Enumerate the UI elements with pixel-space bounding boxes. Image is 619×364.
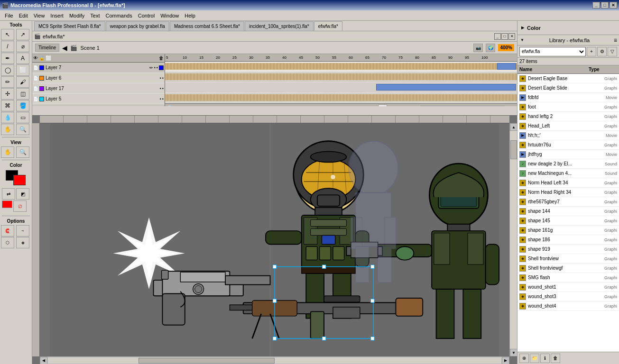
fill-color-swatch[interactable]	[13, 175, 26, 185]
lib-item-2[interactable]: ▶ fdbfd Movie	[517, 93, 619, 102]
menu-modify[interactable]: Modify	[66, 12, 87, 19]
library-list[interactable]: ◈ Desert Eagle Base Graphi ◈ Desert Eagl…	[517, 74, 619, 352]
lib-item-9[interactable]: ♪ new deagle 2 by El... Sound	[517, 159, 619, 169]
stage-area[interactable]: ▲ ▼	[32, 116, 517, 364]
lib-item-8[interactable]: ▶ jhtfhyg Movie	[517, 150, 619, 159]
menu-text[interactable]: Text	[87, 12, 102, 19]
lib-item-18[interactable]: ◈ shape 919 Graphi	[517, 245, 619, 254]
frames-layer-17[interactable]	[165, 82, 517, 93]
window-controls[interactable]: _ □ ✕	[592, 2, 617, 9]
vscroll-up[interactable]: ▲	[510, 123, 517, 131]
tool-oval[interactable]: ◯	[1, 64, 14, 76]
lib-delete-btn[interactable]: 🗑	[551, 354, 560, 363]
default-colors-btn[interactable]: ◩	[16, 188, 29, 200]
snap-btn[interactable]: 🧲	[1, 225, 14, 237]
library-file-select[interactable]: efwfw.fla	[519, 47, 586, 56]
lib-item-16[interactable]: ◈ shape 161g Graphi	[517, 226, 619, 235]
tool-eyedrop[interactable]: 💧	[1, 112, 14, 123]
lib-item-24[interactable]: ◈ wound_shot4 Graphi	[517, 301, 619, 311]
library-props-btn[interactable]: ⚙	[597, 47, 607, 56]
hscroll-right[interactable]: ▶	[502, 357, 509, 364]
vscroll-thumb[interactable]	[510, 140, 517, 159]
scene-back-btn[interactable]: ◀	[62, 44, 67, 52]
tool-lasso[interactable]: ⌀	[16, 41, 29, 52]
minimize-btn[interactable]: _	[592, 2, 600, 9]
lib-item-13[interactable]: ◈ rthe5675gbey7 Graphi	[517, 197, 619, 207]
menu-insert[interactable]: Insert	[47, 12, 66, 19]
tab-mc9[interactable]: MC9 Sprite Sheet Flash 8.fla*	[34, 21, 105, 31]
view-zoom-btn[interactable]: 🔍	[16, 146, 29, 158]
menu-edit[interactable]: Edit	[16, 12, 31, 19]
tab-incident[interactable]: incident_100a_sprites(1).fla*	[245, 21, 314, 31]
close-btn[interactable]: ✕	[610, 2, 617, 9]
tool-ink[interactable]: ⌘	[1, 100, 14, 111]
tool-text[interactable]: A	[16, 53, 29, 64]
stage-canvas[interactable]	[40, 123, 509, 356]
smooth-btn[interactable]: ~	[16, 225, 29, 237]
lib-item-15[interactable]: ◈ shape 145 Graphi	[517, 216, 619, 226]
tool-rect[interactable]: ⬜	[16, 64, 29, 76]
tool-subselect[interactable]: ↗	[16, 29, 29, 40]
tool-brush[interactable]: 🖌	[16, 76, 29, 88]
scroll-left-btn[interactable]: ◀	[507, 106, 510, 107]
flash-close-btn[interactable]: ✕	[508, 33, 515, 40]
tool-arrow[interactable]: ↖	[1, 29, 14, 40]
tool-zoom[interactable]: 🔍	[16, 124, 29, 135]
delete-layer-btn[interactable]: 🗑	[159, 55, 164, 61]
swap-colors-btn[interactable]: ⇄	[2, 188, 15, 200]
lib-item-4[interactable]: ◈ hand leftg 2 Graphi	[517, 112, 619, 121]
lib-item-1[interactable]: ◈ Desert Eagle Slide Graphi	[517, 83, 619, 93]
lib-item-14[interactable]: ◈ shape 144 Graphi	[517, 207, 619, 216]
layer-row-6[interactable]: 📄 Layer 6 • •	[32, 73, 165, 83]
play-btn[interactable]: ▶	[281, 106, 285, 106]
hscroll-left[interactable]: ◀	[40, 357, 47, 364]
tool-line[interactable]: /	[1, 41, 14, 52]
frames-layer-7[interactable]	[165, 62, 517, 72]
lib-new-folder-btn[interactable]: 📁	[530, 354, 539, 363]
view-hand-btn[interactable]: ✋	[1, 146, 14, 158]
option3-btn[interactable]: ⬡	[1, 237, 14, 248]
flash-minimize-btn[interactable]: _	[494, 33, 501, 40]
lib-item-5[interactable]: ◈ Head_Left Graphi	[517, 121, 619, 131]
lib-item-17[interactable]: ◈ shape 186 Graphi	[517, 235, 619, 245]
lib-item-23[interactable]: ◈ wound_shot3 Graphi	[517, 292, 619, 301]
lib-item-7[interactable]: ◈ hrtuutrr76u Graphi	[517, 140, 619, 150]
library-expand-btn[interactable]: ▽	[608, 47, 617, 56]
prev-frame-btn[interactable]: |◀	[274, 106, 279, 106]
layer-row-7[interactable]: 📄 Layer 7 ✏ • •	[32, 63, 165, 73]
vscroll-down[interactable]: ▼	[510, 349, 517, 356]
stage-vscroll[interactable]: ▲ ▼	[509, 123, 517, 356]
cam-btn2[interactable]: 🌍	[486, 44, 495, 52]
hscroll-thumb[interactable]	[139, 358, 275, 364]
flash-window-controls[interactable]: _ □ ✕	[494, 33, 515, 40]
lib-props-btn[interactable]: ℹ	[540, 354, 550, 363]
lib-item-12[interactable]: ◈ Norm Head Right 34 Graphi	[517, 188, 619, 197]
lib-item-19[interactable]: ◈ Shell frontview Graphi	[517, 254, 619, 264]
cam-btn1[interactable]: 📷	[473, 44, 483, 52]
color-expand-arrow[interactable]: ▶	[520, 26, 525, 30]
tab-weapon[interactable]: weapon pack by grabel.fla	[106, 21, 169, 31]
lib-new-symbol-btn[interactable]: ⊕	[519, 354, 529, 363]
hscroll-track[interactable]	[47, 357, 502, 364]
tool-pen[interactable]: ✒	[1, 53, 14, 64]
menu-file[interactable]: File	[2, 12, 16, 19]
library-add-btn[interactable]: +	[587, 47, 596, 56]
lib-item-20[interactable]: ◈ Shell frontviewgf Graphi	[517, 264, 619, 273]
lib-item-3[interactable]: ◈ foot Graphi	[517, 102, 619, 112]
lib-item-0[interactable]: ◈ Desert Eagle Base Graphi	[517, 74, 619, 83]
tool-paint[interactable]: 🪣	[16, 100, 29, 111]
timeline-btn[interactable]: Timeline	[35, 44, 59, 52]
menu-window[interactable]: Window	[157, 12, 182, 19]
tool-pencil[interactable]: ✏	[1, 76, 14, 88]
lib-item-6[interactable]: ▶ hh;h;;' Movie	[517, 131, 619, 140]
tab-madness[interactable]: Madness combat 6.5 Sheet.fla*	[170, 21, 244, 31]
option4-btn[interactable]: ◈	[16, 237, 29, 248]
lib-item-10[interactable]: ♪ new Machinegun 4... Sound	[517, 169, 619, 178]
menu-control[interactable]: Control	[135, 12, 157, 19]
next-frame-btn[interactable]: ▶|	[286, 106, 292, 106]
lib-item-21[interactable]: ◈ SMG flash Graphi	[517, 273, 619, 282]
tool-freexform[interactable]: ✢	[1, 88, 14, 100]
library-menu-btn[interactable]: ≡	[614, 37, 617, 44]
layer-row-17[interactable]: 📄 Layer 17 • •	[32, 83, 165, 94]
frames-layer-6[interactable]	[165, 72, 517, 82]
